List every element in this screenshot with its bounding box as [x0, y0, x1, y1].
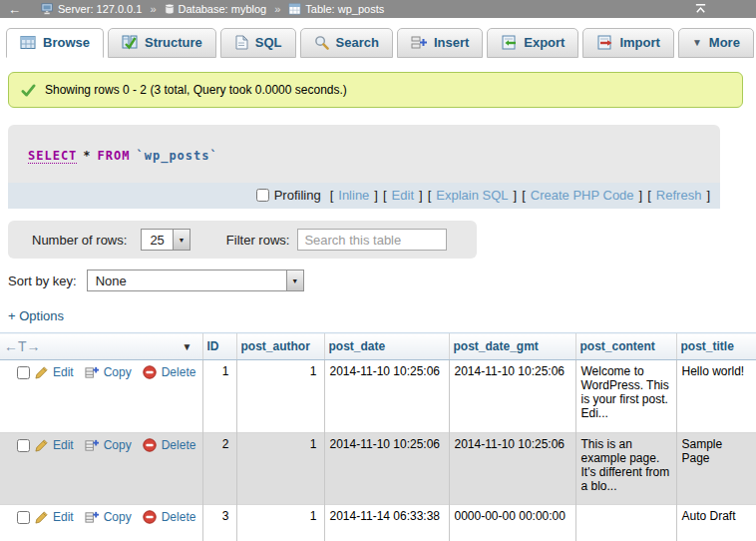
row-checkbox[interactable] — [17, 439, 30, 452]
bracket: ] — [419, 188, 423, 203]
profiling-label: Profiling — [274, 188, 321, 203]
edit-query-link[interactable]: Edit — [392, 188, 414, 203]
tab-export[interactable]: Export — [487, 28, 578, 58]
back-arrow-icon[interactable]: ← — [8, 2, 21, 17]
delete-icon[interactable] — [143, 510, 157, 524]
header-post-content[interactable]: post_content — [575, 333, 676, 360]
breadcrumb-separator: » — [150, 3, 156, 15]
sql-keyword-select: SELECT — [28, 149, 77, 164]
row-checkbox[interactable] — [17, 511, 30, 524]
tab-sql[interactable]: SQL — [220, 28, 296, 58]
inline-link[interactable]: Inline — [338, 188, 369, 203]
edit-link[interactable]: Edit — [53, 438, 74, 452]
bracket: [ — [428, 188, 432, 203]
import-icon — [596, 35, 612, 50]
refresh-link[interactable]: Refresh — [656, 188, 702, 203]
bracket: ] — [374, 188, 378, 203]
tab-browse[interactable]: Browse — [6, 28, 104, 58]
delete-icon[interactable] — [143, 365, 157, 379]
delete-link[interactable]: Delete — [162, 365, 196, 379]
table-row: Edit Copy Delete 3 1 2014-11-14 06:33:38… — [0, 505, 756, 541]
query-box: SELECT*FROM`wp_posts` Profiling [ Inline… — [8, 125, 720, 209]
cell-id: 1 — [202, 360, 236, 433]
header-post-date-gmt[interactable]: post_date_gmt — [449, 333, 575, 360]
number-of-rows-label: Number of rows: — [32, 233, 127, 248]
sql-keyword-from: FROM — [98, 149, 131, 163]
server-icon — [41, 3, 54, 15]
copy-icon[interactable] — [85, 438, 99, 452]
sort-by-key-label: Sort by key: — [8, 273, 77, 288]
sql-star: * — [83, 149, 91, 163]
cell-id: 2 — [202, 433, 236, 505]
tab-import-label: Import — [619, 35, 659, 50]
tab-search[interactable]: Search — [300, 28, 393, 58]
breadcrumb-server[interactable]: Server: 127.0.0.1 — [41, 3, 142, 15]
cell-post-date: 2014-11-14 06:33:38 — [324, 505, 449, 541]
cell-post-author: 1 — [236, 505, 324, 541]
row-actions-cell: Edit Copy Delete — [0, 360, 202, 433]
copy-link[interactable]: Copy — [104, 510, 132, 524]
tab-insert[interactable]: Insert — [397, 28, 483, 58]
breadcrumb-database[interactable]: Database: myblog — [165, 3, 267, 15]
row-checkbox[interactable] — [17, 366, 30, 379]
cell-post-date: 2014-11-10 10:25:06 — [324, 360, 449, 433]
edit-pencil-icon[interactable] — [35, 366, 48, 379]
edit-link[interactable]: Edit — [53, 365, 74, 379]
header-post-title[interactable]: post_title — [676, 333, 756, 360]
copy-link[interactable]: Copy — [104, 365, 132, 379]
tab-import[interactable]: Import — [582, 28, 673, 58]
chevron-down-icon: ▼ — [692, 37, 702, 48]
edit-pencil-icon[interactable] — [35, 511, 48, 524]
collapse-panel-icon[interactable] — [693, 2, 708, 17]
table-row: Edit Copy Delete 2 1 2014-11-10 10:25:06… — [0, 433, 756, 505]
success-message: Showing rows 0 - 2 (3 total, Query took … — [8, 72, 743, 108]
cell-post-date: 2014-11-10 10:25:06 — [324, 433, 449, 505]
delete-icon[interactable] — [143, 438, 157, 452]
profiling-checkbox[interactable] — [256, 189, 269, 202]
transpose-nav-icon[interactable]: ←T→ — [4, 338, 41, 354]
cell-post-date-gmt: 2014-11-10 10:25:06 — [449, 433, 575, 505]
breadcrumb-separator: » — [274, 3, 280, 15]
copy-link[interactable]: Copy — [104, 438, 132, 452]
tab-bar: Browse Structure SQL Search Insert Expor… — [0, 18, 756, 58]
results-table: ←T→ ▼ ID post_author post_date post_date… — [0, 332, 756, 541]
cell-post-author: 1 — [236, 360, 324, 433]
header-post-date[interactable]: post_date — [324, 333, 449, 360]
header-id[interactable]: ID — [202, 333, 236, 360]
filter-rows-input[interactable] — [297, 229, 447, 251]
cell-post-author: 1 — [236, 433, 324, 505]
sort-row: Sort by key: None ▼ — [8, 270, 756, 291]
copy-icon[interactable] — [85, 510, 99, 524]
row-actions-cell: Edit Copy Delete — [0, 433, 202, 505]
table-header-row: ←T→ ▼ ID post_author post_date post_date… — [0, 333, 756, 360]
breadcrumb-table[interactable]: Table: wp_posts — [288, 3, 384, 15]
create-php-code-link[interactable]: Create PHP Code — [531, 188, 634, 203]
tab-structure[interactable]: Structure — [108, 28, 216, 58]
cell-post-content — [575, 505, 676, 541]
explain-sql-link[interactable]: Explain SQL — [436, 188, 508, 203]
dropdown-arrow-icon: ▼ — [286, 270, 303, 290]
row-controls: Number of rows: 25 ▼ Filter rows: — [8, 221, 477, 259]
delete-link[interactable]: Delete — [162, 510, 196, 524]
row-actions-cell: Edit Copy Delete — [0, 505, 202, 541]
tab-search-label: Search — [336, 35, 379, 50]
delete-link[interactable]: Delete — [162, 438, 196, 452]
tab-more-label: More — [709, 35, 740, 50]
tab-more[interactable]: ▼ More — [678, 28, 754, 58]
breadcrumb-database-label: Database: myblog — [179, 3, 267, 15]
cell-post-content: This is an example page. It's different … — [575, 433, 676, 505]
copy-icon[interactable] — [85, 365, 99, 379]
options-toggle-link[interactable]: + Options — [8, 308, 64, 323]
edit-link[interactable]: Edit — [53, 510, 74, 524]
header-post-author[interactable]: post_author — [236, 333, 324, 360]
cell-post-date-gmt: 2014-11-10 10:25:06 — [449, 360, 575, 433]
header-actions: ←T→ ▼ — [0, 333, 202, 360]
query-links-bar: Profiling [ Inline ] [ Edit ] [ Explain … — [8, 183, 720, 209]
number-of-rows-select[interactable]: 25 ▼ — [141, 229, 189, 251]
bracket: ] — [514, 188, 518, 203]
sort-by-key-select[interactable]: None ▼ — [87, 270, 304, 291]
tab-browse-label: Browse — [43, 35, 90, 50]
edit-pencil-icon[interactable] — [35, 439, 48, 452]
breadcrumb-table-label: Table: wp_posts — [305, 3, 384, 15]
column-options-dropdown-icon[interactable]: ▼ — [183, 341, 192, 352]
